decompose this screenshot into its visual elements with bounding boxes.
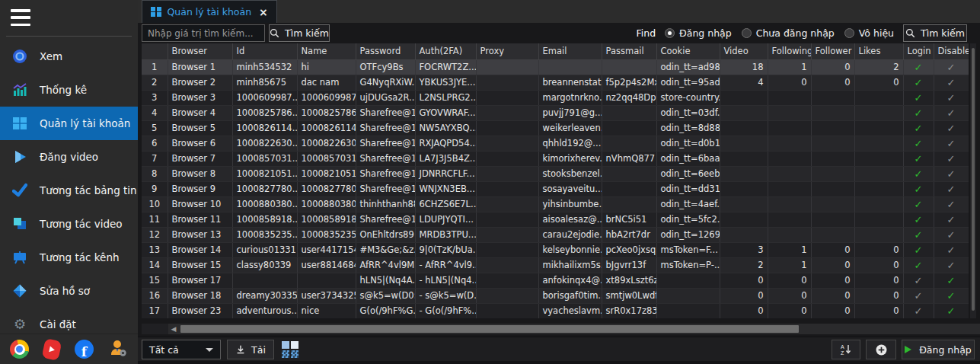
login-button[interactable]: Đăng nhập: [902, 340, 975, 359]
table-row[interactable]: 12Browser 131000835235...1000835235...On…: [142, 227, 969, 242]
vertical-scrollbar-thumb[interactable]: [972, 48, 975, 311]
cell-login: ✓: [903, 105, 934, 120]
close-icon[interactable]: ×: [259, 7, 268, 18]
radio-icon[interactable]: [742, 28, 752, 38]
table-row[interactable]: 7Browser 71000857031...1000857031...Shar…: [142, 151, 969, 166]
col-header-proxy[interactable]: Proxy: [476, 43, 538, 59]
col-header-likes[interactable]: Likes: [854, 43, 903, 59]
cell-login: ✓: [903, 288, 934, 303]
table-row[interactable]: 11Browser 111000858918...1000858918...Sh…: [142, 212, 969, 227]
sidebar-item-tuong-tac-bang-tin[interactable]: Tương tác bảng tin: [0, 174, 138, 207]
col-header-passmail[interactable]: Passmail: [602, 43, 656, 59]
table-row[interactable]: 2Browser 2minh85675dac namG4NyqRXiW...YB…: [142, 75, 969, 90]
table-row[interactable]: 14Browser 15classy80339user8814684...AfR…: [142, 257, 969, 273]
search-input[interactable]: [142, 24, 265, 42]
cell-disable: ✓: [934, 136, 969, 151]
cell-browser: Browser 23: [168, 303, 232, 318]
cell-auth: 6CHZS6E7L...: [415, 196, 476, 212]
cell-follower: [811, 227, 854, 242]
find-option-0[interactable]: Đăng nhập: [665, 27, 732, 39]
table-row[interactable]: 1Browser 1minh534532hiOTFcy9BsFOCRWT2Z..…: [142, 59, 969, 75]
add-button[interactable]: [866, 340, 896, 359]
radio-selected-icon[interactable]: [665, 28, 675, 38]
cell-disable: ✓: [934, 151, 969, 166]
sidebar-item-quan-ly-tai-khoan[interactable]: Quản lý tài khoản: [0, 107, 138, 140]
cell-video: [720, 212, 768, 227]
accounts-table-wrap: BrowserIdNamePasswordAuth(2FA)ProxyEmail…: [142, 43, 969, 318]
cell-auth: YBKUS3JYE...: [415, 75, 476, 90]
login-check-icon: ✓: [908, 153, 930, 164]
cell-video: 4: [720, 75, 768, 90]
chrome-icon[interactable]: [10, 340, 29, 359]
col-header-email[interactable]: Email: [538, 43, 602, 59]
find-search-button[interactable]: Tìm kiếm: [903, 24, 967, 42]
cell-disable: ✓: [934, 59, 969, 75]
sidebar-item-tuong-tac-video[interactable]: Tương tác video: [0, 207, 138, 241]
table-row[interactable]: 16Browser 18dreamy30335user3734325...s@k…: [142, 288, 969, 303]
sidebar-item-thong-ke[interactable]: Thống kê: [0, 73, 138, 107]
find-option-label: Chưa đăng nhập: [756, 27, 835, 39]
sidebar-item-tuong-tac-kenh[interactable]: Tương tác kênh: [0, 241, 138, 274]
filter-dropdown[interactable]: Tất cả: [142, 340, 221, 359]
search-icon: [270, 28, 279, 38]
col-header-browser[interactable]: Browser: [168, 43, 232, 59]
sidebar-item-sua-ho-so[interactable]: Sửa hồ sơ: [0, 274, 138, 308]
cell-likes: [854, 166, 903, 181]
search-button[interactable]: Tìm kiếm: [269, 24, 330, 42]
cell-likes: 0: [854, 303, 903, 318]
cell-login: ✓: [903, 242, 934, 257]
cell-passmail: bJgvrr13f: [602, 257, 656, 273]
sidebar-item-xem[interactable]: Xem: [0, 40, 138, 73]
cell-disable: ✓: [934, 227, 969, 242]
download-button[interactable]: Tải: [227, 340, 274, 359]
col-header-cookie[interactable]: Cookie: [656, 43, 720, 59]
tab-quan-ly-tai-khoan[interactable]: Quản lý tài khoản ×: [142, 0, 277, 23]
youtube-shorts-icon[interactable]: [42, 337, 62, 360]
cell-password: Sharefree@1: [356, 166, 415, 181]
table-row[interactable]: 3Browser 31000609987...1000609987...ujDU…: [142, 90, 969, 105]
table-row[interactable]: 17Browser 23adventurous...niceG(o(/9hF%G…: [142, 303, 969, 318]
table-row[interactable]: 13Browser 14curious01331user4417154...#M…: [142, 242, 969, 257]
col-header-num[interactable]: [142, 43, 168, 59]
scroll-left-arrow-icon[interactable]: ◀: [168, 324, 179, 334]
table-row[interactable]: 8Browser 81000821051...1000821051...Shar…: [142, 166, 969, 181]
table-row[interactable]: 4Browser 41000825786...1000825786...Shar…: [142, 105, 969, 120]
col-header-login[interactable]: Login: [903, 43, 934, 59]
col-header-id[interactable]: Id: [232, 43, 297, 59]
user-settings-icon[interactable]: [108, 338, 128, 361]
table-row[interactable]: 15Browser 17hLN5|(Nq4A...- hLN5|(Nq4...a…: [142, 273, 969, 288]
sidebar-item-label: Cài đặt: [40, 318, 76, 330]
cell-email: weikerleaven...: [538, 120, 602, 136]
cell-following: 0: [768, 303, 811, 318]
sidebar-divider: [6, 36, 132, 37]
col-header-password[interactable]: Password: [356, 43, 415, 59]
hamburger-menu-icon[interactable]: [11, 9, 30, 26]
col-header-follower[interactable]: Follower: [811, 43, 854, 59]
vertical-scrollbar[interactable]: [970, 43, 976, 318]
sort-button[interactable]: AZ: [832, 340, 860, 359]
grid-view-icon[interactable]: [282, 341, 299, 359]
table-row[interactable]: 5Browser 51000826114...1000826114...Shar…: [142, 120, 969, 136]
horizontal-scrollbar[interactable]: ◀: [168, 324, 980, 334]
bottom-toolbar: Tất cả Tải AZ Đăng nhập: [138, 337, 980, 361]
disable-check-icon: ✓: [938, 260, 965, 271]
table-row[interactable]: 9Browser 91000827780...1000827780...Shar…: [142, 181, 969, 196]
find-option-1[interactable]: Chưa đăng nhập: [742, 27, 835, 39]
col-header-name[interactable]: Name: [297, 43, 356, 59]
sidebar-item-dang-video[interactable]: Đăng video: [0, 140, 138, 174]
horizontal-scrollbar-thumb[interactable]: [180, 325, 799, 333]
cell-login: ✓: [903, 120, 934, 136]
login-check-icon: ✓: [908, 244, 930, 256]
facebook-icon[interactable]: f: [75, 340, 94, 359]
table-row[interactable]: 6Browser 61000822630...1000822630...Shar…: [142, 136, 969, 151]
find-option-2[interactable]: Vô hiệu: [844, 27, 894, 39]
table-row[interactable]: 10Browser 101000880380...1000880380...th…: [142, 196, 969, 212]
col-header-disable[interactable]: Disable: [934, 43, 969, 59]
col-header-auth[interactable]: Auth(2FA): [415, 43, 476, 59]
cell-cookie: msToken=F...: [656, 242, 720, 257]
cell-passmail: brNC5i51: [602, 212, 656, 227]
col-header-video[interactable]: Video: [720, 43, 768, 59]
radio-icon[interactable]: [844, 28, 854, 38]
col-header-following[interactable]: Following: [768, 43, 811, 59]
login-check-icon: ✓: [908, 214, 930, 225]
